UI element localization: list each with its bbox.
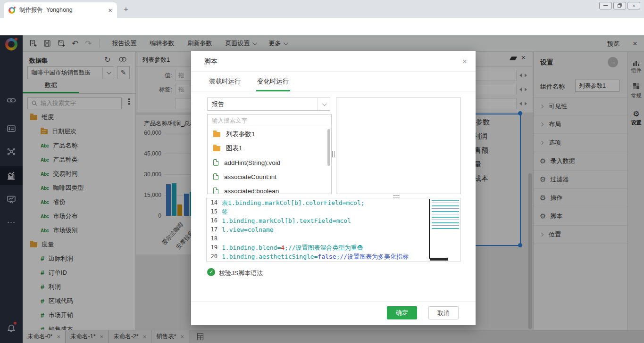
editor-line-code: 签 bbox=[222, 207, 228, 216]
editor-line-number: 18 bbox=[207, 234, 222, 243]
validate-check-icon[interactable]: ✓ bbox=[207, 268, 215, 276]
scope-select-chevron bbox=[318, 98, 330, 110]
api-tree: 列表参数1图表1addHint(String):voidassociateCou… bbox=[208, 127, 331, 194]
browser-tab[interactable]: 制作报告_Yonghong × bbox=[4, 2, 117, 18]
api-search-box[interactable] bbox=[208, 114, 331, 127]
api-description-box bbox=[336, 98, 461, 194]
api-tree-item-associateCount:int[interactable]: associateCount:int bbox=[208, 170, 331, 184]
tab-close-icon[interactable]: × bbox=[108, 7, 112, 14]
api-tree-item-label: 图表1 bbox=[226, 144, 243, 153]
editor-line: 15签 bbox=[207, 207, 460, 216]
browser-urlbar: ← → ↻ i localhost:8080/bi/Viewer?proc=0&… bbox=[0, 18, 644, 35]
dialog-close-icon[interactable]: × bbox=[462, 57, 467, 66]
cancel-button[interactable]: 取消 bbox=[428, 306, 459, 319]
editor-line-number: 14 bbox=[207, 198, 222, 207]
folder-icon bbox=[213, 146, 220, 151]
editor-line-code: l.view=colname bbox=[222, 225, 274, 234]
api-tree-scrollbar[interactable] bbox=[327, 129, 330, 166]
editor-line-number: 17 bbox=[207, 225, 222, 234]
editor-line: 17l.view=colname bbox=[207, 225, 460, 234]
api-tree-item-label: addHint(String):void bbox=[224, 159, 280, 166]
script-code-editor[interactable]: 14表1.binding.markCol[b].colorField=mcol;… bbox=[206, 198, 461, 261]
dialog-title: 脚本 bbox=[204, 57, 217, 66]
restore-icon[interactable] bbox=[613, 2, 626, 9]
api-search-input[interactable] bbox=[212, 117, 327, 124]
editor-line-number: 20 bbox=[207, 252, 222, 261]
api-tree-item-label: 列表参数1 bbox=[226, 130, 255, 139]
ok-button[interactable]: 确定 bbox=[387, 306, 417, 319]
browser-titlebar: 制作报告_Yonghong × + × bbox=[0, 0, 644, 18]
api-tree-item-label: associated:boolean bbox=[224, 188, 279, 195]
dialog-tab-装载时运行[interactable]: 装载时运行 bbox=[209, 72, 241, 91]
api-tree-item-图表1[interactable]: 图表1 bbox=[208, 141, 331, 155]
editor-line: 18 bbox=[207, 234, 460, 243]
script-dialog: 脚本 × 装载时运行变化时运行 报告 列表参数1图表1addHint(Strin… bbox=[191, 51, 476, 325]
active-tab-underline bbox=[256, 90, 290, 91]
editor-line-code: 1.binding.markCol[b].textField=mcol bbox=[222, 216, 351, 225]
editor-line: 191.binding.blend=4;//设置图表混合类型为重叠 bbox=[207, 243, 460, 252]
dialog-tab-变化时运行[interactable]: 变化时运行 bbox=[257, 72, 289, 91]
api-tree-item-addHint(String):void[interactable]: addHint(String):void bbox=[208, 155, 331, 170]
api-browser: 列表参数1图表1addHint(String):voidassociateCou… bbox=[207, 114, 332, 194]
api-tree-item-associated:boolean[interactable]: associated:boolean bbox=[208, 184, 331, 194]
scope-select[interactable]: 报告 bbox=[207, 98, 330, 111]
editor-hscrollbar[interactable] bbox=[430, 258, 448, 261]
editor-line: 201.binding.aestheticSingle=false;//设置图表… bbox=[207, 252, 460, 261]
editor-line: 14表1.binding.markCol[b].colorField=mcol; bbox=[207, 198, 460, 207]
editor-line-number: 15 bbox=[207, 207, 222, 216]
dialog-header: 脚本 × bbox=[191, 51, 476, 72]
api-tree-item-列表参数1[interactable]: 列表参数1 bbox=[208, 127, 331, 141]
yonghong-favicon bbox=[8, 7, 15, 14]
screen: 制作报告_Yonghong × + × ← → ↻ i localhost:80… bbox=[0, 0, 644, 343]
editor-line-code: 表1.binding.markCol[b].colorField=mcol; bbox=[222, 198, 365, 207]
script-file-icon bbox=[213, 159, 218, 166]
close-window-icon[interactable]: × bbox=[627, 2, 640, 9]
editor-line: 161.binding.markCol[b].textField=mcol bbox=[207, 216, 460, 225]
editor-line-number: 16 bbox=[207, 216, 222, 225]
window-controls: × bbox=[599, 2, 640, 9]
scope-select-value: 报告 bbox=[208, 100, 318, 108]
chevron-down-icon bbox=[322, 101, 327, 106]
horizontal-splitter[interactable] bbox=[393, 195, 400, 197]
editor-cursor-line bbox=[429, 199, 430, 259]
validate-label: 校验JS脚本语法 bbox=[219, 269, 263, 278]
dialog-tabs: 装载时运行变化时运行 bbox=[191, 72, 476, 91]
footer-divider bbox=[191, 302, 476, 302]
script-file-icon bbox=[213, 188, 218, 194]
editor-minimap bbox=[432, 200, 459, 229]
editor-line-code: 1.binding.aestheticSingle=false;//设置图表为多… bbox=[222, 252, 409, 261]
browser-tab-title: 制作报告_Yonghong bbox=[19, 6, 108, 14]
vertical-splitter[interactable] bbox=[332, 151, 335, 157]
new-tab-icon[interactable]: + bbox=[124, 5, 128, 14]
minimize-icon[interactable] bbox=[599, 2, 612, 9]
editor-line-number: 19 bbox=[207, 243, 222, 252]
script-file-icon bbox=[213, 173, 218, 180]
folder-icon bbox=[213, 132, 220, 137]
api-tree-item-label: associateCount:int bbox=[224, 173, 276, 180]
editor-line-code: 1.binding.blend=4;//设置图表混合类型为重叠 bbox=[222, 243, 363, 252]
